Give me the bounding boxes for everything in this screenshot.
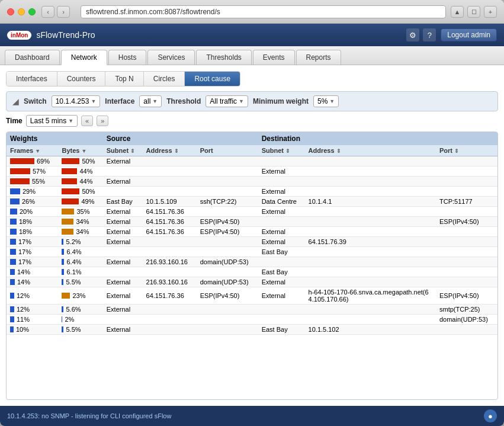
interface-dropdown[interactable]: all ▼ [139,95,162,107]
table-row: 57% 44% External [7,166,497,177]
src-port-cell [197,315,258,325]
src-port-col-header[interactable]: Port [197,145,258,156]
dest-address-cell: 10.1.5.102 [305,325,436,335]
tab-thresholds[interactable]: Thresholds [196,50,251,65]
dest-port-cell: smtp(TCP:25) [436,305,497,315]
src-address-col-header[interactable]: Address ⇕ [143,145,197,156]
dest-address-cell [305,166,436,177]
maximize-button[interactable] [28,8,36,15]
src-port-cell [197,247,258,257]
help-icon[interactable]: ? [423,28,436,41]
dest-port-cell: TCP:51177 [436,197,497,207]
interface-label: Interface [105,97,134,105]
time-dropdown[interactable]: Last 5 mins ▼ [26,115,78,127]
forward-button[interactable]: › [57,6,70,18]
src-port-cell: ESP(IPv4:50) [197,217,258,227]
bytes-cell: 5.6% [58,305,102,315]
subtab-topn[interactable]: Top N [105,72,143,86]
frames-cell: 17% [7,237,58,247]
tab-network[interactable]: Network [61,50,107,65]
frames-col-header[interactable]: Frames ▼ [7,145,58,156]
minweight-dropdown[interactable]: 5% ▼ [313,95,339,107]
dest-port-cell [436,187,497,197]
time-arrow: ▼ [68,118,73,124]
switch-value: 10.1.4.253 [56,97,89,105]
minweight-value: 5% [317,97,328,105]
dest-port-sort-icon: ⇕ [454,148,459,154]
dest-address-col-header[interactable]: Address ⇕ [305,145,436,156]
status-bar: 10.1.4.253: no SNMP - listening for CLI … [0,406,504,426]
bytes-col-header[interactable]: Bytes ▼ [58,145,102,156]
frames-cell: 18% [7,227,58,237]
src-subnet-col-header[interactable]: Subnet ⇕ [103,145,143,156]
src-address-cell [143,177,197,187]
dest-address-cell [305,247,436,257]
src-address-cell [143,166,197,177]
subtab-interfaces[interactable]: Interfaces [7,72,57,86]
table-row: 17% 5.2% External External 64.151.76.39 [7,237,497,247]
dest-port-col-header[interactable]: Port ⇕ [436,145,497,156]
src-subnet-cell: External [103,156,143,166]
dest-subnet-cell: External [258,287,305,305]
time-label: Time [6,117,23,125]
bytes-cell: 50% [58,156,102,166]
close-button[interactable] [7,8,14,15]
tab-hosts[interactable]: Hosts [108,50,147,65]
dest-subnet-col-header[interactable]: Subnet ⇕ [258,145,305,156]
switch-dropdown[interactable]: 10.1.4.253 ▼ [52,95,101,107]
tab-services[interactable]: Services [147,50,195,65]
dest-subnet-cell: External [258,207,305,217]
src-address-cell [143,267,197,277]
table-row: 20% 35% External 64.151.76.36 External [7,207,497,217]
tab-reports[interactable]: Reports [296,50,341,65]
address-bar[interactable]: sflowtrend.sf.inmon.com:8087/sflowtrend/… [81,5,446,18]
table-row: 69% 50% External [7,156,497,166]
bytes-cell: 44% [58,166,102,177]
table-row: 12% 23% External 64.151.76.36 ESP(IPv4:5… [7,287,497,305]
threshold-arrow: ▼ [239,98,244,104]
add-tab-icon[interactable]: + [484,6,497,18]
src-subnet-cell [103,247,143,257]
table-row: 18% 34% External 64.151.76.36 ESP(IPv4:5… [7,217,497,227]
subtab-rootcause[interactable]: Root cause [185,72,240,86]
time-forward-button[interactable]: » [97,116,108,126]
minimize-button[interactable] [18,8,25,15]
src-port-cell: ssh(TCP:22) [197,197,258,207]
table-row: 14% 6.1% East Bay [7,267,497,277]
time-back-button[interactable]: « [81,116,93,126]
src-subnet-cell: External [103,237,143,247]
src-subnet-sort-icon: ⇕ [130,148,135,154]
tab-events[interactable]: Events [253,50,295,65]
src-subnet-cell: External [103,287,143,305]
traffic-lights [7,8,36,15]
dest-subnet-cell: Data Centre [258,197,305,207]
dest-port-cell [436,227,497,237]
table-row: 17% 6.4% East Bay [7,247,497,257]
subtab-circles[interactable]: Circles [144,72,185,86]
duplicate-icon[interactable]: ◻ [467,6,480,18]
src-subnet-cell: External [103,305,143,315]
logout-button[interactable]: Logout admin [441,28,497,41]
src-subnet-cell: External [103,277,143,287]
dest-port-cell [436,325,497,335]
tab-dashboard[interactable]: Dashboard [5,50,60,65]
share-icon[interactable]: ▲ [451,6,464,18]
dest-subnet-cell [258,177,305,187]
src-port-cell [197,207,258,217]
bytes-cell: 35% [58,207,102,217]
settings-icon[interactable]: ⚙ [406,28,419,41]
frames-cell: 14% [7,267,58,277]
app-title: sFlowTrend-Pro [36,30,406,40]
bytes-cell: 2% [58,315,102,325]
src-address-cell: 64.151.76.36 [143,287,197,305]
threshold-dropdown[interactable]: All traffic ▼ [206,95,248,107]
subtab-counters[interactable]: Counters [57,72,106,86]
dest-address-cell: 64.151.76.39 [305,237,436,247]
src-address-cell [143,237,197,247]
back-button[interactable]: ‹ [41,6,54,18]
dest-subnet-cell: External [258,227,305,237]
dest-port-cell [436,237,497,247]
data-table: Weights Source Destination Frames ▼ Byte… [7,132,497,335]
dest-address-sort-icon: ⇕ [336,148,341,154]
src-subnet-cell [103,187,143,197]
